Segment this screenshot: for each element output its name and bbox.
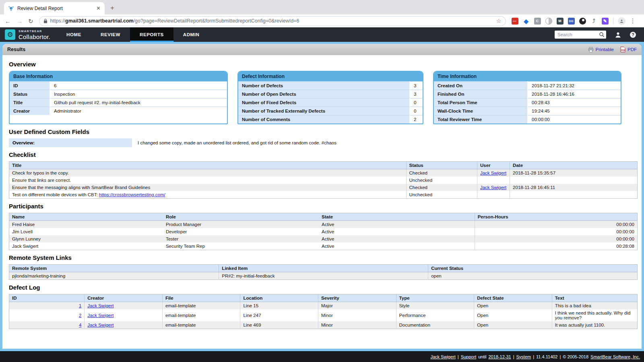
custom-fields-heading: User Defined Custom Fields [9,128,635,135]
time-information-table: Time Information Created On2018-11-27 21… [433,71,621,124]
forward-icon[interactable]: → [17,18,23,24]
main-nav: HOME REVIEW REPORTS ADMIN [57,27,209,42]
checklist-table: Title Status User Date Check for typos i… [9,161,638,199]
extension-icons: ⋯ ◆ C M DG ⤴ ✎ ⋮ [512,17,636,25]
footer-system-link[interactable]: System [516,354,531,359]
browser-profile-avatar[interactable] [618,17,625,25]
nav-review[interactable]: REVIEW [91,27,130,42]
footer-support-date-link[interactable]: 2018-12-31 [488,354,511,359]
search-input[interactable] [555,31,606,39]
table-row: Number of Defects3 [238,82,423,90]
url-path: /go?page=ReviewDetailReport&formSubmitte… [134,18,299,24]
table-row: Jim Lovell Developer Active 00:00:00 [9,228,638,235]
cbt-url-link[interactable]: https://crossbrowsertesting.com/ [99,192,165,197]
table-row: Number of Open Defects3 [238,90,423,99]
time-info-title: Time Information [434,72,621,81]
printable-link[interactable]: Printable [588,47,614,52]
back-icon[interactable]: ← [5,18,11,24]
extension-pen-icon[interactable]: ✎ [602,18,609,25]
base-info-title: Base Information [10,72,227,81]
url-bar[interactable]: https:// gmail361.smartbeartrial.com /go… [39,16,506,26]
remote-links-table: Remote System Linked Item Current Status… [9,264,638,280]
report-content: Overview Base Information ID6 StatusInsp… [2,55,642,349]
url-domain: gmail361.smartbeartrial.com [65,18,134,24]
defect-info-title: Defect Information [238,72,423,81]
extension-diamond-icon[interactable]: ◆ [523,18,530,25]
footer-user-link[interactable]: Jack Swigert [430,354,455,359]
extension-red-icon[interactable]: ⋯ [512,18,518,25]
browser-tab[interactable]: Review Detail Report ✕ [4,2,105,14]
creator-link[interactable]: Jack Swigert [87,313,114,318]
browser-addressbar: ← → ↻ https:// gmail361.smartbeartrial.c… [0,14,644,27]
extension-eye-icon[interactable] [579,18,586,25]
table-row: CreatorAdministrator [10,107,227,115]
help-icon[interactable]: ? [630,32,636,38]
results-title: Results [7,47,25,52]
extension-arrow-icon[interactable]: ⤴ [590,18,597,25]
app-logo[interactable]: ⚙ SMARTBEAR Collabortor. [0,27,57,42]
base-information-table: Base Information ID6 StatusInspection Ti… [9,71,228,124]
brand-smartbear: SMARTBEAR [19,29,50,33]
custom-field-label: Overview: [9,138,132,147]
favicon-icon [8,5,14,11]
defect-log-heading: Defect Log [9,284,635,291]
new-tab-button[interactable]: + [110,4,114,12]
defect-id-link[interactable]: 4 [79,323,81,327]
table-row: 1 Jack Swigert email-template Line 15 Ma… [9,302,638,310]
extension-dg-icon[interactable]: DG [568,18,575,25]
table-header-row: Title Status User Date [9,162,638,169]
footer-version: 11.4.11402 [536,354,557,359]
nav-home[interactable]: HOME [57,27,91,42]
search-box [555,31,606,39]
search-icon[interactable] [599,32,605,37]
table-row: pjlonda/marketing-training PR#2: my-init… [9,272,638,280]
table-row: TitleGithub pull request #2. my-initial-… [10,99,227,107]
table-row: Created On2018-11-27 21:21:32 [434,82,621,90]
defect-id-link[interactable]: 2 [79,313,81,318]
app-header: ⚙ SMARTBEAR Collabortor. HOME REVIEW REP… [0,27,644,42]
custom-field-row: Overview: I changed some copy, made an u… [9,138,635,147]
browser-tabstrip: Review Detail Report ✕ + [0,0,644,14]
results-bar: Results Printable PDF PDF [2,44,642,55]
overview-heading: Overview [9,61,635,68]
nav-reports[interactable]: REPORTS [130,27,173,42]
table-header-row: Name Role State Person-Hours [9,213,638,221]
bookmark-star-icon[interactable]: ☆ [496,18,502,24]
page-frame: Results Printable PDF PDF Overview Base … [0,42,644,351]
checklist-heading: Checklist [9,151,635,158]
table-row: Finished On2018-11-28 16:46:16 [434,90,621,99]
user-icon[interactable] [615,32,621,38]
tab-close-icon[interactable]: ✕ [96,5,101,11]
user-link[interactable]: Jack Swigert [480,171,506,175]
defect-log-table: ID Creator File Location Severity Type D… [9,294,638,329]
toolbar-divider [613,17,613,25]
svg-text:PDF: PDF [621,49,625,51]
extension-m-icon[interactable]: M [557,18,564,25]
table-row: Number of Tracked Externally Defects0 [238,107,423,115]
pdf-icon: PDF [620,47,625,52]
footer-support-link[interactable]: Support [461,354,477,359]
table-row: Number of Fixed Defects0 [238,99,423,107]
creator-link[interactable]: Jack Swigert [87,303,114,308]
table-row: Test on different mobile devices with CB… [9,191,638,199]
app-footer: Jack Swigert | Support until 2018-12-31 … [0,351,644,362]
table-row: Total Person Time00:28:43 [434,99,621,107]
participants-table: Name Role State Person-Hours Fred Haise … [9,213,638,250]
reload-icon[interactable]: ↻ [28,18,33,24]
lock-icon [43,19,47,23]
table-row: Total Reviewer Time00:00:00 [434,115,621,124]
user-link[interactable]: Jack Swigert [480,185,506,190]
table-row: StatusInspection [10,90,227,99]
extension-c-icon[interactable]: C [534,18,541,25]
table-row: Glynn Lunney Tester Active 00:00:00 [9,235,638,243]
url-scheme: https:// [50,18,66,24]
defect-id-link[interactable]: 1 [79,303,81,308]
footer-company-link[interactable]: SmartBear Software, Inc. [590,354,640,359]
nav-admin[interactable]: ADMIN [173,27,209,42]
creator-link[interactable]: Jack Swigert [87,323,114,327]
defect-information-table: Defect Information Number of Defects3 Nu… [237,71,423,124]
extension-circle-icon[interactable] [545,18,552,25]
browser-menu-icon[interactable]: ⋮ [630,17,636,25]
remote-links-heading: Remote System Links [9,254,635,261]
pdf-link[interactable]: PDF PDF [620,47,637,52]
